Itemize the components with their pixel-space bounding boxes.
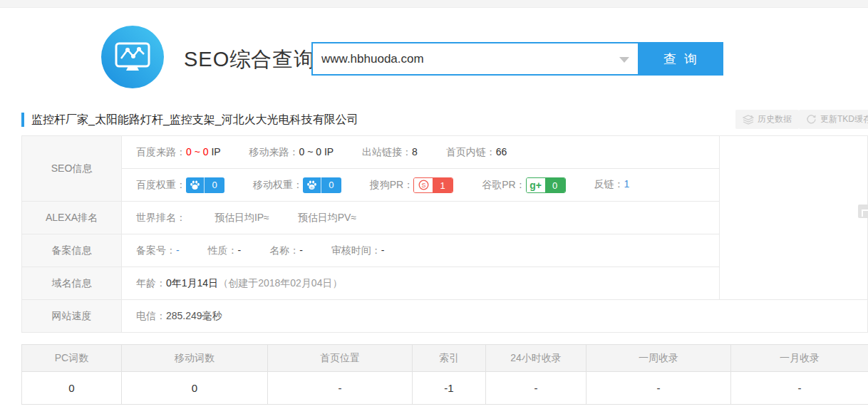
daily-ip-label: 预估日均IP≈ — [215, 212, 269, 224]
title-accent-bar — [21, 113, 24, 127]
keyword-stats-table: PC词数 移动词数 首页位置 索引 24小时收录 一周收录 一月收录 0 0 -… — [21, 344, 868, 405]
query-button[interactable]: 查 询 — [639, 42, 723, 76]
baidu-paw-icon — [186, 177, 205, 193]
result-header: 监控杆厂家_太阳能路灯杆_监控支架_河北火大光电科技有限公司 — [21, 110, 358, 129]
svg-text:S: S — [421, 182, 425, 189]
history-data-button[interactable]: 历史数据 — [735, 110, 799, 129]
svg-text:m: m — [310, 185, 313, 189]
seo-info-table: SEO信息 百度来路：0 ~ 0 IP 移动来路：0 ~ 0 IP 出站链接：8… — [21, 135, 868, 333]
sogou-pr: 搜狗PR：S1 — [370, 177, 453, 193]
beian-name: 名称：- — [269, 244, 303, 257]
stats-value-week: - — [587, 372, 731, 405]
daily-pv-label: 预估日均PV≈ — [298, 212, 356, 224]
table-row: 网站速度 电信：285.249毫秒 — [22, 300, 868, 333]
stats-header-pc-words: PC词数 — [22, 345, 122, 372]
row-label-speed: 网站速度 — [22, 300, 122, 333]
top-strip — [0, 0, 868, 8]
google-plus-icon: g+ — [527, 178, 545, 192]
beian-number-link[interactable]: - — [176, 244, 180, 256]
refresh-tkd-button[interactable]: 更新TKD缓存 — [799, 110, 868, 129]
history-data-label: 历史数据 — [758, 113, 792, 125]
side-empty-cell — [720, 136, 868, 300]
backlink-count-link[interactable]: 1 — [624, 178, 629, 190]
stats-header-row: PC词数 移动词数 首页位置 索引 24小时收录 一周收录 一月收录 — [22, 345, 868, 372]
mobile-weight: 移动权重：m0 — [253, 177, 341, 193]
backlinks: 反链：1 — [594, 178, 629, 191]
table-row: SEO信息 百度来路：0 ~ 0 IP 移动来路：0 ~ 0 IP 出站链接：8… — [22, 136, 868, 169]
result-page-title: 监控杆厂家_太阳能路灯杆_监控支架_河北火大光电科技有限公司 — [31, 113, 358, 128]
refresh-tkd-label: 更新TKD缓存 — [820, 113, 868, 125]
google-pr-badge[interactable]: g+0 — [526, 177, 566, 193]
seo-logo-icon — [101, 26, 164, 88]
domain-age: 年龄：0年1月14日（创建于2018年02月04日） — [136, 277, 342, 290]
baidu-mobile-paw-icon: m — [303, 177, 321, 193]
stats-value-month: - — [731, 372, 868, 405]
sogou-icon: S — [414, 178, 433, 192]
stats-value-24h: - — [486, 372, 587, 405]
homepage-inner-links: 首页内链：66 — [446, 146, 507, 159]
beian-number: 备案号：- — [136, 244, 180, 257]
stats-value-home-position: - — [268, 372, 413, 405]
google-pr: 谷歌PR：g+0 — [482, 177, 565, 193]
row-label-alexa: ALEXA排名 — [22, 202, 122, 234]
app-title: SEO综合查询 — [184, 46, 315, 74]
search-bar: 查 询 — [311, 42, 723, 76]
stats-header-month: 一月收录 — [731, 345, 868, 372]
row-label-beian: 备案信息 — [22, 234, 122, 267]
stats-value-mobile-words: 0 — [122, 372, 268, 405]
refresh-icon — [806, 114, 817, 125]
mobile-traffic: 移动来路：0 ~ 0 IP — [249, 146, 334, 159]
baidu-traffic: 百度来路：0 ~ 0 IP — [136, 146, 221, 159]
floating-widget-icon[interactable] — [858, 205, 868, 218]
row-label-seo: SEO信息 — [22, 136, 122, 202]
world-rank-label: 世界排名： — [136, 212, 186, 224]
outbound-links: 出站链接：8 — [362, 146, 418, 159]
mobile-weight-badge[interactable]: m0 — [303, 177, 341, 193]
telecom-speed: 电信：285.249毫秒 — [136, 310, 222, 323]
search-input[interactable] — [311, 42, 639, 76]
stats-header-week: 一周收录 — [587, 345, 731, 372]
baidu-weight: 百度权重：0 — [136, 177, 224, 193]
layers-icon — [743, 115, 754, 125]
stats-header-mobile-words: 移动词数 — [122, 345, 268, 372]
stats-header-home-position: 首页位置 — [268, 345, 413, 372]
beian-nature: 性质：- — [208, 244, 242, 257]
sogou-pr-badge[interactable]: S1 — [413, 177, 453, 193]
baidu-weight-badge[interactable]: 0 — [186, 177, 224, 193]
stats-value-row: 0 0 - -1 - - - — [22, 372, 868, 405]
stats-header-index: 索引 — [413, 345, 486, 372]
stats-value-index: -1 — [413, 372, 486, 405]
stats-value-pc-words: 0 — [22, 372, 122, 405]
dropdown-arrow-icon[interactable] — [619, 57, 629, 63]
stats-header-24h: 24小时收录 — [486, 345, 587, 372]
row-label-domain: 域名信息 — [22, 267, 122, 300]
beian-audit-time: 审核时间：- — [331, 244, 385, 257]
